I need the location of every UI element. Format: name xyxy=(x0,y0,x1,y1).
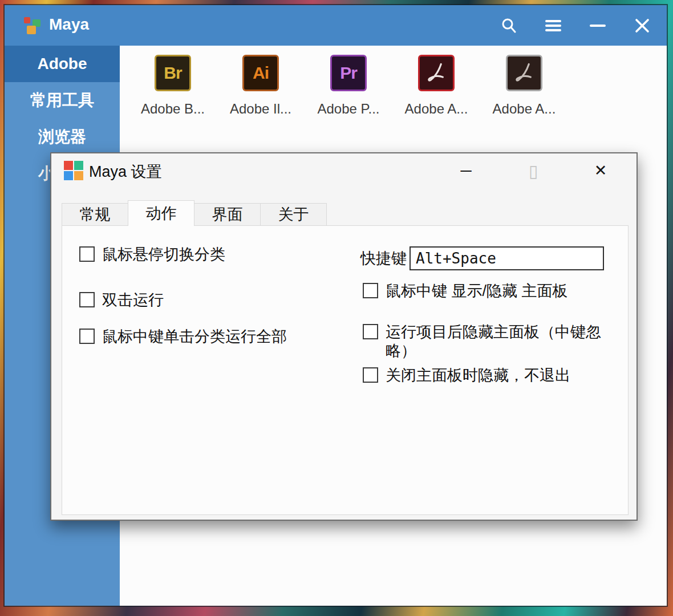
sidebar-item-label: 常用工具 xyxy=(30,90,94,111)
app-label: Adobe B... xyxy=(141,101,205,117)
checkbox-hover-switch-category[interactable] xyxy=(79,246,95,262)
tile-glyph: Pr xyxy=(340,63,357,83)
tab-label: 常规 xyxy=(80,204,111,225)
minimize-icon[interactable] xyxy=(588,16,607,35)
acrobat-swoosh-icon xyxy=(512,60,537,86)
tab-general[interactable]: 常规 xyxy=(62,203,128,226)
app-label: Adobe A... xyxy=(405,101,468,117)
sidebar-item-adobe[interactable]: Adobe xyxy=(5,46,120,82)
checkbox-double-click-run[interactable] xyxy=(79,292,95,307)
app-adobe-acrobat-1[interactable]: Adobe A... xyxy=(392,55,480,117)
app-label: Adobe Il... xyxy=(230,101,291,117)
app-adobe-illustrator[interactable]: Ai Adobe Il... xyxy=(217,55,305,117)
tab-interface[interactable]: 界面 xyxy=(194,203,261,226)
checkbox-middle-click-run-all[interactable] xyxy=(79,329,95,344)
dialog-close-icon[interactable]: ✕ xyxy=(592,161,609,180)
adobe-premiere-icon: Pr xyxy=(330,55,367,91)
app-adobe-bridge[interactable]: Br Adobe B... xyxy=(129,55,217,117)
acrobat-swoosh-icon xyxy=(424,60,449,86)
app-adobe-premiere[interactable]: Pr Adobe P... xyxy=(305,55,392,117)
option-label: 鼠标中键 显示/隐藏 主面板 xyxy=(386,282,568,301)
sidebar-item-browser[interactable]: 浏览器 xyxy=(5,119,120,155)
adobe-illustrator-icon: Ai xyxy=(242,55,279,91)
shortcut-label: 快捷键 xyxy=(360,248,407,269)
tile-glyph: Ai xyxy=(253,63,269,83)
dialog-controls: ─ ▯ ✕ xyxy=(457,153,609,188)
shortcut-row: 快捷键 xyxy=(360,246,604,270)
menu-icon[interactable] xyxy=(544,16,563,35)
tab-label: 界面 xyxy=(212,204,243,225)
window-title: Maya xyxy=(49,15,89,34)
option-label: 双击运行 xyxy=(102,291,164,310)
maya-logo-icon xyxy=(24,16,44,35)
main-titlebar: Maya xyxy=(5,5,667,46)
tab-label: 关于 xyxy=(278,204,309,225)
option-hover-switch-category: 鼠标悬停切换分类 xyxy=(79,245,225,264)
checkbox-hide-after-run[interactable] xyxy=(363,324,378,339)
sidebar-item-label: 浏览器 xyxy=(38,126,86,148)
actions-tab-panel: 鼠标悬停切换分类 双击运行 鼠标中键单击分类运行全部 快捷键 鼠标中键 显示/隐… xyxy=(62,225,629,515)
dialog-titlebar: Maya 设置 ─ ▯ ✕ xyxy=(51,153,636,188)
dialog-minimize-icon[interactable]: ─ xyxy=(457,161,475,180)
option-label: 关闭主面板时隐藏，不退出 xyxy=(386,366,570,385)
tab-actions[interactable]: 动作 xyxy=(128,200,194,226)
sidebar-item-label: Adobe xyxy=(37,55,87,73)
option-label: 鼠标悬停切换分类 xyxy=(102,245,225,264)
adobe-bridge-icon: Br xyxy=(155,55,191,91)
option-label: 鼠标中键单击分类运行全部 xyxy=(102,327,287,346)
option-double-click-run: 双击运行 xyxy=(79,291,164,310)
checkbox-middle-toggle-panel[interactable] xyxy=(363,283,378,298)
dialog-maximize-icon[interactable]: ▯ xyxy=(525,161,542,180)
option-hide-after-run: 运行项目后隐藏主面板（中键忽略） xyxy=(363,323,622,360)
windows-logo-icon xyxy=(64,161,83,180)
shortcut-input[interactable] xyxy=(410,246,604,270)
app-label: Adobe A... xyxy=(493,101,556,117)
titlebar-actions xyxy=(499,5,652,46)
apps-row: Br Adobe B... Ai Adobe Il... Pr Adobe P.… xyxy=(129,55,568,117)
search-icon[interactable] xyxy=(499,16,518,35)
app-label: Adobe P... xyxy=(318,101,380,117)
app-adobe-acrobat-2[interactable]: Adobe A... xyxy=(480,55,568,117)
tab-label: 动作 xyxy=(146,203,177,224)
option-hide-on-close: 关闭主面板时隐藏，不退出 xyxy=(363,366,570,385)
settings-tabs: 常规 动作 界面 关于 xyxy=(62,200,326,226)
adobe-acrobat-distiller-icon xyxy=(506,55,542,91)
dialog-title: Maya 设置 xyxy=(89,161,162,182)
option-middle-toggle-panel: 鼠标中键 显示/隐藏 主面板 xyxy=(363,282,568,301)
option-middle-click-run-all: 鼠标中键单击分类运行全部 xyxy=(79,327,287,346)
close-icon[interactable] xyxy=(633,16,652,35)
adobe-acrobat-icon xyxy=(418,55,455,91)
sidebar-item-common-tools[interactable]: 常用工具 xyxy=(5,82,120,119)
tab-about[interactable]: 关于 xyxy=(260,203,327,226)
checkbox-hide-on-close[interactable] xyxy=(363,367,378,383)
settings-dialog: Maya 设置 ─ ▯ ✕ 常规 动作 界面 关于 鼠标悬停切换分类 双击运行 xyxy=(50,152,638,521)
tile-glyph: Br xyxy=(164,63,181,83)
option-label: 运行项目后隐藏主面板（中键忽略） xyxy=(386,323,614,360)
